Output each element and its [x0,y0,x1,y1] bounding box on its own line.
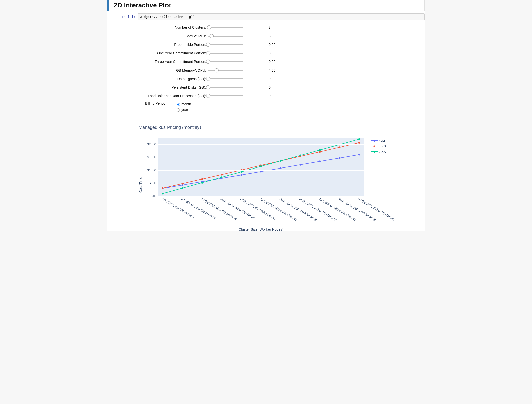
plot-area[interactable] [158,138,364,196]
series-point[interactable] [339,146,341,148]
slider[interactable] [208,70,243,71]
legend-item-gke[interactable]: GKE [371,138,386,143]
slider-thumb[interactable] [206,60,210,64]
x-tick-label: 50.0 vCPU, 200.0 GB Memory [357,197,396,222]
slider-thumb[interactable] [206,77,210,81]
legend-item-eks[interactable]: EKS [371,143,386,149]
series-point[interactable] [319,149,321,151]
series-point[interactable] [319,151,321,153]
slider-thumb[interactable] [215,68,219,72]
series-point[interactable] [260,165,262,167]
slider[interactable] [208,87,243,88]
radio-option-year[interactable]: year [175,107,191,112]
y-tick-label: $2000 [147,142,156,146]
gridline [158,183,364,183]
series-point[interactable] [182,187,183,189]
slider-thumb[interactable] [207,25,211,29]
radio-input[interactable] [177,103,180,106]
slider-thumb[interactable] [206,85,210,89]
x-tick-label: 15.0 vCPU, 60.0 GB Memory [220,197,257,221]
x-tick-label: 0.0 vCPU, 0.0 GB Memory [161,197,195,219]
series-point[interactable] [241,171,242,173]
x-tick-label: 5.0 vCPU, 20.0 GB Memory [181,197,216,220]
billing-period-radio: Billing Period monthyear [143,101,425,112]
slider[interactable] [208,95,243,96]
slider-row: Persistent Disks (GB):0 [138,83,425,92]
series-point[interactable] [280,160,282,162]
y-axis-ticks: $0$500$1000$1500$2000 [144,138,158,196]
x-tick-label: 20.0 vCPU, 80.0 GB Memory [240,197,277,221]
radio-option-label: month [181,102,191,106]
radio-input[interactable] [177,108,180,112]
y-tick-label: $1000 [147,168,156,172]
slider[interactable] [208,27,243,28]
series-point[interactable] [221,176,223,178]
series-point[interactable] [162,193,164,194]
radio-option-label: year [181,108,188,112]
slider-row: Preemptible Portion:0.00 [138,40,425,49]
gridline [158,144,364,145]
series-point[interactable] [241,174,242,176]
series-point[interactable] [339,144,341,145]
slider-value: 0.00 [243,51,289,55]
slider-thumb[interactable] [206,43,210,47]
series-point[interactable] [280,167,282,169]
slider-value: 0 [243,94,289,98]
x-axis-ticks: 0.0 vCPU, 0.0 GB Memory5.0 vCPU, 20.0 GB… [158,196,364,226]
series-point[interactable] [300,164,301,166]
slider[interactable] [208,44,243,45]
series-point[interactable] [358,138,360,140]
chart: Managed k8s Pricing (monthly) Cost/Time … [138,125,425,231]
slider-row: Data Egress (GB):0 [138,75,425,83]
slider-value: 50 [243,34,289,38]
series-point[interactable] [300,155,301,156]
gridline [158,170,364,171]
series-point[interactable] [358,142,360,144]
series-point[interactable] [260,171,262,173]
legend-swatch [371,140,378,141]
x-tick-label: 10.0 vCPU, 40.0 GB Memory [200,197,237,221]
slider-thumb[interactable] [210,34,214,38]
series-point[interactable] [162,187,164,189]
chart-legend: GKEEKSAKS [371,138,386,154]
code-input[interactable]: widgets.VBox([container, g]) [138,13,425,20]
slider-row: One Year Commitment Portion:0.00 [138,49,425,57]
x-tick-label: 40.0 vCPU, 160.0 GB Memory [318,197,357,222]
radio-option-month[interactable]: month [175,101,191,107]
slider-label: Preemptible Portion: [138,43,208,47]
slider-row: Load Balancer Data Processed (GB):0 [138,92,425,100]
slider-thumb[interactable] [206,51,210,55]
slider-value: 0 [243,85,289,89]
chart-title: Managed k8s Pricing (monthly) [139,125,425,130]
slider-label: Number of Clusters: [138,25,208,29]
slider-label: Data Egress (GB): [138,77,208,81]
slider-thumb[interactable] [206,94,210,98]
slider[interactable] [208,61,243,62]
slider[interactable] [208,36,243,37]
legend-item-aks[interactable]: AKS [371,149,386,154]
x-tick-label: 25.0 vCPU, 100.0 GB Memory [259,197,298,222]
y-tick-label: $0 [153,194,156,198]
gridline [158,157,364,157]
slider-label: Load Balancer Data Processed (GB): [138,94,208,98]
slider[interactable] [208,78,243,79]
series-point[interactable] [358,154,360,156]
slider-value: 4.00 [243,68,289,72]
slider-label: Three Year Commitment Portion: [138,60,208,64]
x-tick-label: 45.0 vCPU, 180.0 GB Memory [338,197,376,222]
y-axis-title: Cost/Time [138,157,144,212]
series-point[interactable] [319,160,321,162]
y-tick-label: $1500 [147,155,156,159]
markdown-cell: 2D Interactive Plot [107,0,425,11]
slider-label: GB Memory/vCPU: [138,68,208,72]
series-point[interactable] [241,169,242,171]
legend-label: EKS [379,144,386,148]
series-point[interactable] [201,178,203,180]
input-prompt: In [8]: [107,13,138,19]
series-point[interactable] [221,174,223,175]
slider-label: One Year Commitment Portion: [138,51,208,55]
slider[interactable] [208,53,243,54]
slider-label: Persistent Disks (GB): [138,85,208,89]
billing-period-label: Billing Period [143,101,175,105]
slider-row: Number of Clusters:3 [138,23,425,32]
